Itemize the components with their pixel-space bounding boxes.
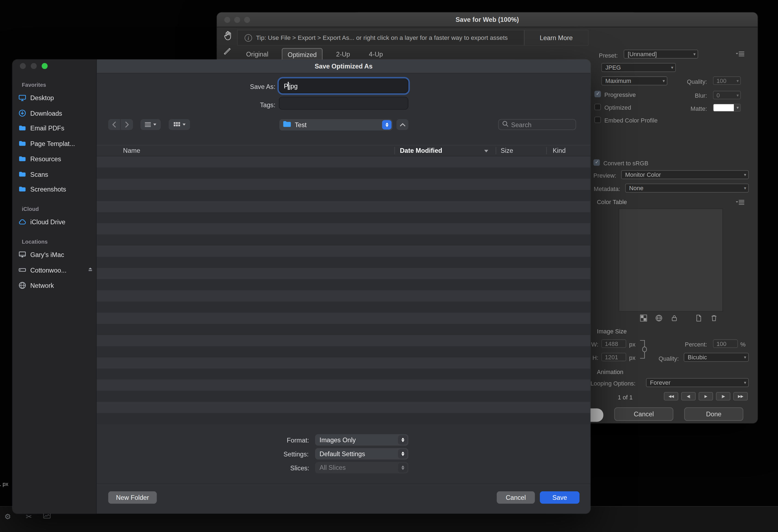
sidebar-item-resources[interactable]: Resources bbox=[18, 152, 93, 165]
close-button[interactable] bbox=[20, 63, 26, 69]
play-button[interactable]: ▶ bbox=[699, 392, 713, 400]
embed-color-profile-checkbox[interactable] bbox=[595, 117, 601, 123]
preview-dropdown[interactable]: Monitor Color bbox=[621, 170, 749, 179]
search-placeholder: Search bbox=[511, 121, 531, 128]
dialog-titlebar[interactable]: Save Optimized As bbox=[97, 60, 591, 73]
format-dropdown[interactable]: Images Only bbox=[315, 434, 408, 446]
lock-color-icon[interactable] bbox=[671, 315, 678, 321]
last-frame-button[interactable]: ▶▶ bbox=[733, 392, 748, 400]
metadata-dropdown[interactable]: None bbox=[625, 183, 749, 193]
constrain-proportions-icon[interactable] bbox=[639, 338, 650, 362]
first-frame-button[interactable]: ◀◀ bbox=[664, 392, 679, 400]
minimize-button[interactable] bbox=[234, 17, 240, 23]
settings-dropdown[interactable]: Default Settings bbox=[315, 448, 408, 459]
tip-bar: i Tip: Use File > Export > Export As... … bbox=[237, 30, 589, 46]
preset-dropdown[interactable]: [Unnamed] bbox=[624, 50, 698, 59]
scissors-icon[interactable]: ✂ bbox=[26, 513, 32, 520]
expand-panel-button[interactable] bbox=[396, 119, 408, 130]
hand-tool-icon[interactable] bbox=[223, 31, 235, 42]
learn-more-button[interactable]: Learn More bbox=[524, 30, 588, 45]
panel-menu-icon[interactable] bbox=[736, 51, 745, 58]
progressive-checkbox[interactable] bbox=[595, 91, 601, 97]
list-view-button[interactable] bbox=[141, 119, 161, 130]
minimize-button[interactable] bbox=[31, 63, 37, 69]
file-format-dropdown[interactable]: JPEG bbox=[601, 63, 676, 72]
zoom-button[interactable] bbox=[42, 63, 48, 69]
slice-tool-icon[interactable] bbox=[223, 47, 235, 57]
quality-value-field[interactable]: 100 bbox=[713, 76, 741, 85]
sidebar-item-label: Email PDFs bbox=[30, 125, 64, 132]
snap-colors-icon[interactable] bbox=[640, 315, 647, 321]
column-separator[interactable] bbox=[546, 147, 547, 154]
matte-swatch-dropdown[interactable] bbox=[713, 104, 741, 111]
sidebar-item-label: Scans bbox=[30, 170, 48, 178]
width-field[interactable]: 1488 bbox=[601, 339, 626, 348]
sidebar-item-scans[interactable]: Scans bbox=[18, 168, 93, 180]
metadata-label: Metadata: bbox=[590, 185, 620, 192]
sidebar-item-screenshots[interactable]: Screenshots bbox=[18, 182, 93, 195]
delete-color-icon[interactable] bbox=[711, 315, 717, 321]
column-kind[interactable]: Kind bbox=[553, 147, 565, 154]
settings-value: Default Settings bbox=[319, 450, 365, 458]
location-dropdown[interactable]: Test bbox=[279, 119, 393, 131]
percent-field[interactable]: 100 bbox=[713, 339, 738, 348]
sidebar-item-cottonwood-drive[interactable]: Cottonwoo... bbox=[18, 263, 93, 276]
globe-icon bbox=[18, 281, 26, 289]
column-name[interactable]: Name bbox=[123, 147, 140, 154]
sidebar-item-email-pdfs[interactable]: Email PDFs bbox=[18, 122, 93, 135]
zoom-button[interactable] bbox=[244, 17, 250, 23]
sidebar-item-downloads[interactable]: Downloads bbox=[18, 107, 93, 120]
previous-frame-button[interactable]: ◀| bbox=[681, 392, 696, 400]
looping-dropdown[interactable]: Forever bbox=[646, 378, 749, 387]
close-button[interactable] bbox=[224, 17, 230, 23]
sidebar-item-label: Screenshots bbox=[30, 185, 66, 193]
sfw-cancel-button[interactable]: Cancel bbox=[614, 407, 673, 421]
sfw-done-button[interactable]: Done bbox=[684, 407, 743, 421]
height-field[interactable]: 1201 bbox=[601, 353, 626, 361]
column-separator[interactable] bbox=[394, 147, 395, 154]
column-date-modified[interactable]: Date Modified bbox=[400, 147, 442, 154]
resample-quality-label: Quality: bbox=[654, 355, 679, 362]
tags-label: Tags: bbox=[258, 101, 276, 108]
filename-input[interactable]: P.jpg bbox=[279, 79, 408, 93]
sidebar-item-label: Downloads bbox=[30, 109, 62, 117]
grid-view-button[interactable] bbox=[169, 119, 190, 130]
percent-unit: % bbox=[741, 341, 746, 348]
sidebar-item-desktop[interactable]: Desktop bbox=[18, 91, 93, 104]
locations-header: Locations bbox=[22, 239, 48, 245]
sfw-titlebar[interactable]: Save for Web (100%) bbox=[217, 12, 758, 27]
animation-label: Animation bbox=[597, 369, 623, 375]
eject-icon[interactable] bbox=[87, 266, 93, 274]
sfw-window-title: Save for Web (100%) bbox=[456, 16, 519, 23]
forward-button[interactable] bbox=[121, 119, 133, 130]
slices-value: All Slices bbox=[319, 464, 345, 471]
color-table-menu-icon[interactable] bbox=[736, 200, 745, 207]
quality-preset-dropdown[interactable]: Maximum bbox=[601, 76, 667, 85]
frame-counter: 1 of 1 bbox=[610, 394, 640, 401]
new-folder-button[interactable]: New Folder bbox=[108, 491, 157, 504]
back-button[interactable] bbox=[108, 119, 121, 130]
tags-input[interactable] bbox=[279, 97, 408, 109]
sidebar-item-network[interactable]: Network bbox=[18, 279, 93, 292]
optimized-checkbox[interactable] bbox=[595, 104, 601, 110]
sidebar-item-garys-imac[interactable]: Gary's iMac bbox=[18, 248, 93, 261]
file-list[interactable] bbox=[97, 156, 591, 424]
search-icon bbox=[502, 121, 509, 129]
column-separator[interactable] bbox=[496, 147, 496, 154]
chevron-down-icon bbox=[182, 124, 185, 126]
slices-label: Slices: bbox=[290, 464, 309, 472]
sidebar-item-icloud-drive[interactable]: iCloud Drive bbox=[18, 215, 93, 228]
convert-srgb-checkbox[interactable] bbox=[593, 159, 600, 166]
gear-icon[interactable]: ⚙ bbox=[4, 513, 11, 520]
dialog-cancel-button[interactable]: Cancel bbox=[497, 491, 535, 504]
resample-dropdown[interactable]: Bicubic bbox=[684, 353, 749, 362]
info-icon: i bbox=[245, 34, 252, 42]
new-color-icon[interactable] bbox=[695, 315, 702, 321]
dialog-save-button[interactable]: Save bbox=[540, 491, 580, 504]
search-input[interactable]: Search bbox=[498, 119, 576, 130]
web-shift-icon[interactable] bbox=[655, 315, 662, 321]
blur-value-field[interactable]: 0 bbox=[713, 91, 741, 99]
column-size[interactable]: Size bbox=[500, 147, 513, 154]
next-frame-button[interactable]: |▶ bbox=[716, 392, 730, 400]
sidebar-item-page-templates[interactable]: Page Templat... bbox=[18, 137, 93, 150]
